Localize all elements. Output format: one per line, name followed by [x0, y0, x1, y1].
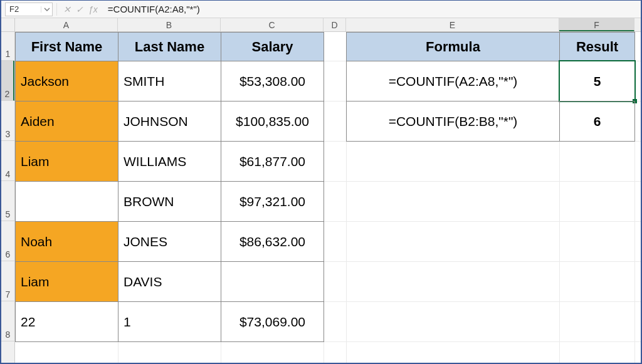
- cell-E3[interactable]: =COUNTIF(B2:B8,"*"): [346, 101, 560, 142]
- cancel-icon: ✕: [63, 4, 71, 14]
- cell-B4[interactable]: WILLIAMS: [118, 141, 221, 182]
- formula-buttons: ✕ ✓ ƒx: [61, 4, 100, 14]
- cell-B2[interactable]: SMITH: [118, 61, 221, 101]
- worksheet[interactable]: A B C D E F 1 2 3 4 5 6 7 8: [1, 18, 641, 363]
- col-header-A[interactable]: A: [15, 18, 118, 31]
- name-box-value[interactable]: F2: [6, 4, 41, 14]
- cell-C6[interactable]: $86,632.00: [221, 221, 324, 262]
- cell-C5[interactable]: $97,321.00: [221, 181, 324, 222]
- cell-A5[interactable]: [15, 181, 118, 222]
- cell-C1[interactable]: Salary: [221, 32, 324, 61]
- grid[interactable]: First Name Last Name Salary Formula Resu…: [15, 32, 641, 363]
- cell-C4[interactable]: $61,877.00: [221, 141, 324, 182]
- row-header-2[interactable]: 2: [1, 61, 14, 101]
- cell-C3[interactable]: $100,835.00: [221, 101, 324, 142]
- col-header-B[interactable]: B: [118, 18, 221, 31]
- col-header-C[interactable]: C: [221, 18, 324, 31]
- row-header-3[interactable]: 3: [1, 101, 14, 141]
- row-header-6[interactable]: 6: [1, 221, 14, 261]
- cell-F1[interactable]: Result: [559, 32, 635, 61]
- cell-A4[interactable]: Liam: [15, 141, 118, 182]
- row-header-4[interactable]: 4: [1, 141, 14, 181]
- cell-B8[interactable]: 1: [118, 301, 221, 342]
- formula-input[interactable]: =COUNTIF(A2:A8,"*"): [104, 4, 637, 14]
- cell-F3[interactable]: 6: [559, 101, 635, 142]
- separator: [56, 3, 57, 16]
- cell-C7[interactable]: [221, 261, 324, 302]
- cell-B7[interactable]: DAVIS: [118, 261, 221, 302]
- fx-icon[interactable]: ƒx: [88, 4, 98, 14]
- cell-E1[interactable]: Formula: [346, 32, 560, 61]
- cell-B1[interactable]: Last Name: [118, 32, 221, 61]
- enter-icon: ✓: [76, 4, 83, 14]
- cell-F2[interactable]: 5: [559, 61, 635, 101]
- cell-A2[interactable]: Jackson: [15, 61, 118, 101]
- row-header-5[interactable]: 5: [1, 181, 14, 221]
- name-box-dropdown[interactable]: [41, 6, 52, 13]
- excel-window: F2 ✕ ✓ ƒx =COUNTIF(A2:A8,"*") A B C D E …: [0, 0, 642, 364]
- row-headers: 1 2 3 4 5 6 7 8: [1, 32, 15, 363]
- cell-B3[interactable]: JOHNSON: [118, 101, 221, 142]
- cell-A3[interactable]: Aiden: [15, 101, 118, 142]
- col-header-E[interactable]: E: [346, 18, 559, 31]
- cell-C2[interactable]: $53,308.00: [221, 61, 324, 101]
- column-headers: A B C D E F: [15, 18, 641, 32]
- cell-A6[interactable]: Noah: [15, 221, 118, 262]
- row-header-8[interactable]: 8: [1, 301, 14, 341]
- name-box[interactable]: F2: [5, 3, 53, 16]
- cell-C8[interactable]: $73,069.00: [221, 301, 324, 342]
- cell-A7[interactable]: Liam: [15, 261, 118, 302]
- select-all-corner[interactable]: [1, 18, 15, 32]
- cell-E2[interactable]: =COUNTIF(A2:A8,"*"): [346, 61, 560, 101]
- cell-A8[interactable]: 22: [15, 301, 118, 342]
- col-header-F[interactable]: F: [559, 18, 634, 31]
- row-header-7[interactable]: 7: [1, 261, 14, 301]
- cell-A1[interactable]: First Name: [15, 32, 118, 61]
- cell-B5[interactable]: BROWN: [118, 181, 221, 222]
- formula-bar: F2 ✕ ✓ ƒx =COUNTIF(A2:A8,"*"): [1, 1, 641, 18]
- row-header-1[interactable]: 1: [1, 32, 14, 61]
- chevron-down-icon: [44, 6, 50, 13]
- cell-B6[interactable]: JONES: [118, 221, 221, 262]
- col-header-D[interactable]: D: [324, 18, 346, 31]
